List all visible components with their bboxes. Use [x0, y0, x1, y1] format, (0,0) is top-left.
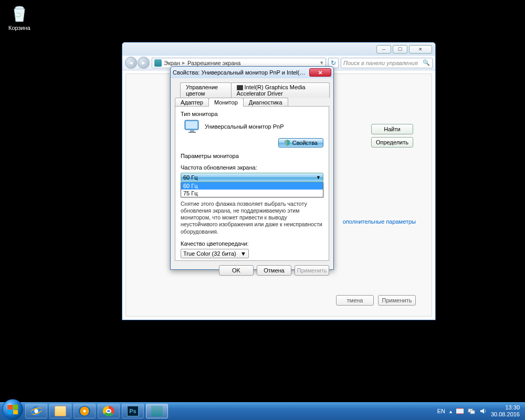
tab-monitor[interactable]: Монитор: [208, 98, 244, 107]
tray-overflow-icon[interactable]: ▴: [449, 408, 452, 414]
chevron-down-icon: ▼: [316, 175, 321, 180]
cancel-button[interactable]: Отмена: [257, 265, 291, 276]
breadcrumb-root: Экран: [164, 60, 180, 66]
cp-titlebar: ─ ☐ ✕: [122, 43, 435, 56]
svg-rect-1: [186, 121, 197, 129]
detect-button[interactable]: Определить: [371, 137, 413, 148]
start-button[interactable]: [2, 399, 23, 420]
taskbar-control-panel[interactable]: [146, 404, 168, 418]
dialog-footer: OK Отмена Применить: [175, 261, 329, 276]
taskbar-photoshop[interactable]: Ps: [122, 404, 144, 418]
windows-logo-icon: [7, 405, 18, 414]
maximize-button[interactable]: ☐: [393, 45, 407, 54]
properties-button[interactable]: Свойства: [278, 138, 323, 148]
network-icon[interactable]: [468, 407, 475, 415]
chevron-down-icon[interactable]: ▾: [320, 59, 323, 66]
svg-rect-4: [456, 408, 464, 414]
recycle-bin[interactable]: Корзина: [6, 3, 33, 31]
control-panel-icon: [151, 406, 163, 416]
advanced-settings-link[interactable]: ополнительные параметры: [343, 218, 416, 225]
recycle-bin-label: Корзина: [6, 25, 33, 31]
tray-time: 13:30: [491, 404, 520, 411]
search-placeholder: Поиск в панели управления: [343, 60, 418, 66]
svg-rect-2: [190, 130, 194, 132]
color-quality-combo[interactable]: True Color (32 бита) ▼: [181, 249, 249, 258]
tab-panel-monitor: Тип монитора Универсальный монитор PnP С…: [175, 106, 329, 261]
tab-color-management[interactable]: Управление цветом: [180, 82, 232, 98]
taskbar-ie[interactable]: [25, 404, 47, 418]
taskbar: Ps EN ▴ 13:30 30.08.2016: [0, 402, 525, 420]
refresh-rate-dropdown: 60 Гц 75 Гц: [181, 182, 323, 197]
color-quality-value: True Color (32 бита): [183, 250, 236, 257]
find-button[interactable]: Найти: [371, 124, 413, 134]
recycle-bin-icon: [9, 3, 30, 24]
chevron-right-icon: ▸: [182, 59, 185, 66]
ok-button[interactable]: OK: [219, 265, 254, 276]
search-input[interactable]: Поиск в панели управления 🔍: [341, 58, 433, 68]
dialog-titlebar[interactable]: Свойства: Универсальный монитор PnP и In…: [171, 67, 333, 78]
folder-icon: [55, 406, 66, 416]
refresh-rate-combo[interactable]: 60 Гц ▼: [181, 173, 323, 182]
tab-strip: Управление цветом Intel(R) Graphics Medi…: [175, 82, 329, 107]
media-player-icon: [79, 406, 90, 416]
nav-forward-button[interactable]: ►: [138, 57, 150, 69]
refresh-rate-value: 60 Гц: [183, 174, 198, 181]
search-icon: 🔍: [423, 59, 430, 66]
nav-back-button[interactable]: ◄: [125, 57, 137, 69]
flag-icon[interactable]: [456, 407, 464, 415]
volume-icon[interactable]: [479, 407, 487, 415]
system-tray: EN ▴ 13:30 30.08.2016: [437, 404, 523, 417]
params-label: Параметры монитора: [181, 153, 323, 159]
shield-icon: [284, 140, 290, 146]
tab-diagnostics[interactable]: Диагностика: [243, 98, 288, 107]
dialog-close-button[interactable]: ✕: [309, 68, 331, 77]
tab-adapter[interactable]: Адаптер: [175, 98, 209, 107]
tray-language[interactable]: EN: [437, 408, 445, 414]
intel-icon: [237, 85, 243, 90]
apply-button[interactable]: Применить: [295, 265, 329, 276]
refresh-option-75[interactable]: 75 Гц: [181, 190, 323, 197]
tray-date: 30.08.2016: [491, 411, 520, 418]
refresh-help-text: Снятие этого флажка позволяет выбрать ча…: [181, 201, 323, 235]
monitor-type-label: Тип монитора: [181, 111, 323, 117]
svg-rect-6: [470, 411, 475, 414]
monitor-icon: [184, 119, 201, 134]
taskbar-wmp[interactable]: [74, 404, 96, 418]
monitor-name: Универсальный монитор PnP: [205, 123, 284, 130]
tab-intel-driver[interactable]: Intel(R) Graphics Media Accelerator Driv…: [231, 82, 330, 98]
photoshop-icon: Ps: [127, 406, 139, 416]
minimize-button[interactable]: ─: [376, 45, 391, 54]
color-quality-label: Качество цветопередачи:: [181, 240, 323, 247]
refresh-rate-label: Частота обновления экрана:: [181, 164, 323, 171]
tray-clock[interactable]: 13:30 30.08.2016: [491, 404, 520, 417]
svg-rect-3: [188, 132, 196, 133]
breadcrumb-leaf: Разрешение экрана: [187, 60, 240, 66]
taskbar-chrome[interactable]: [98, 404, 120, 418]
monitor-properties-dialog: Свойства: Универсальный монитор PnP и In…: [170, 66, 334, 270]
refresh-option-60[interactable]: 60 Гц: [181, 182, 323, 190]
ie-icon: [30, 406, 42, 416]
bg-apply-button[interactable]: Применить: [378, 295, 416, 306]
display-icon: [154, 59, 162, 67]
dialog-title: Свойства: Универсальный монитор PnP и In…: [173, 69, 309, 76]
bg-cancel-button[interactable]: тмена: [336, 295, 374, 306]
chevron-down-icon: ▼: [240, 250, 246, 257]
taskbar-explorer[interactable]: [49, 404, 71, 418]
close-button[interactable]: ✕: [409, 45, 432, 54]
chrome-icon: [103, 406, 114, 416]
